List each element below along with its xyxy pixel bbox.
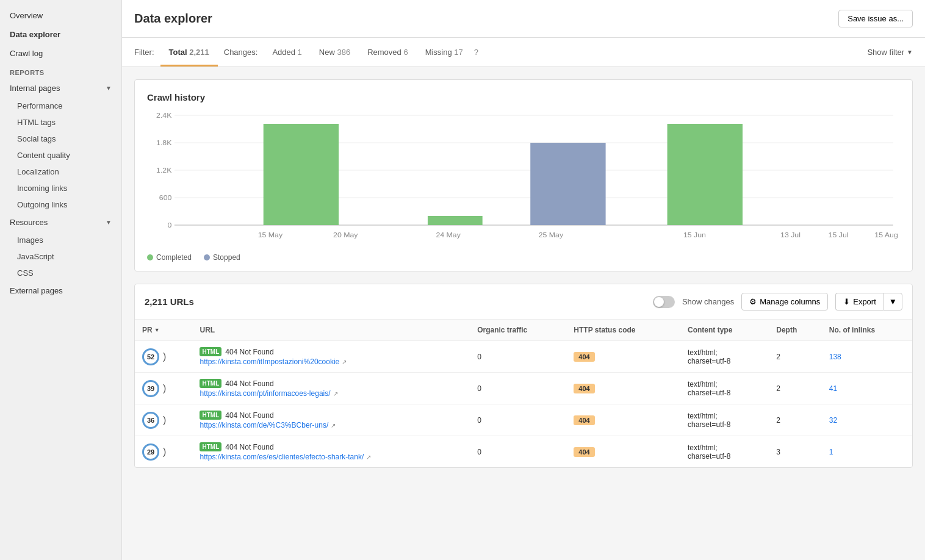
inlinks-cell[interactable]: 1 <box>822 436 912 468</box>
export-dropdown-button[interactable]: ▼ <box>884 293 902 311</box>
external-link-icon: ↗ <box>342 359 347 365</box>
filter-new[interactable]: New 386 <box>311 38 359 66</box>
url-status: 404 Not Found <box>225 411 273 420</box>
svg-text:1.2K: 1.2K <box>156 167 172 174</box>
col-header-url: URL <box>192 320 470 341</box>
filter-missing[interactable]: Missing 17 <box>417 38 472 66</box>
pr-gauge-arrow: ) <box>163 383 166 394</box>
url-link[interactable]: https://kinsta.com/de/%C3%BCber-uns/ ↗ <box>200 421 462 429</box>
table-row: 39 ) HTML 404 Not Found https://kinsta.c… <box>135 373 912 404</box>
page-header: Data explorer Save issue as... <box>122 0 925 38</box>
sidebar-item-incoming-links[interactable]: Incoming links <box>0 180 121 196</box>
show-changes-toggle[interactable] <box>653 296 675 308</box>
svg-text:15 Aug: 15 Aug <box>874 231 898 239</box>
sidebar-item-performance[interactable]: Performance <box>0 98 121 114</box>
missing-info-icon[interactable]: ? <box>474 48 478 57</box>
gear-icon: ⚙ <box>749 297 757 306</box>
depth-cell: 2 <box>769 404 822 436</box>
svg-text:600: 600 <box>159 194 172 201</box>
show-filter-button[interactable]: Show filter ▼ <box>867 38 913 66</box>
chart-svg: 2.4K 1.8K 1.2K 600 0 15 May 20 May <box>147 112 900 246</box>
url-status: 404 Not Found <box>225 443 273 451</box>
chart-area: 2.4K 1.8K 1.2K 600 0 15 May 20 May <box>147 112 900 259</box>
bar-15jun <box>668 124 743 225</box>
organic-traffic-cell: 0 <box>470 341 566 373</box>
http-status-cell: 404 <box>566 373 680 404</box>
external-link-icon: ↗ <box>366 454 371 461</box>
bar-24may <box>428 216 483 225</box>
sidebar-item-html-tags[interactable]: HTML tags <box>0 114 121 131</box>
svg-text:25 May: 25 May <box>539 231 564 239</box>
pr-value: 29 <box>142 443 159 461</box>
filter-label: Filter: <box>134 38 160 66</box>
url-cell: HTML 404 Not Found https://kinsta.com/es… <box>192 436 470 468</box>
inlinks-cell[interactable]: 138 <box>822 341 912 373</box>
sidebar-item-data-explorer[interactable]: Data explorer <box>0 25 121 44</box>
svg-text:15 May: 15 May <box>258 231 283 239</box>
bar-25may <box>530 143 605 225</box>
html-badge: HTML <box>200 379 221 388</box>
svg-text:15 Jun: 15 Jun <box>683 231 706 239</box>
manage-columns-button[interactable]: ⚙ Manage columns <box>741 293 828 311</box>
url-link[interactable]: https://kinsta.com/pt/informacoes-legais… <box>200 389 462 398</box>
content-type-cell: text/html;charset=utf-8 <box>680 341 769 373</box>
status-badge: 404 <box>574 447 594 457</box>
sidebar-item-crawl-log[interactable]: Crawl log <box>0 44 121 63</box>
sidebar-item-resources[interactable]: Resources ▼ <box>0 213 121 232</box>
legend-stopped: Stopped <box>204 253 240 262</box>
sidebar-item-content-quality[interactable]: Content quality <box>0 147 121 163</box>
depth-cell: 3 <box>769 436 822 468</box>
pr-cell: 29 ) <box>135 436 192 468</box>
sidebar-item-outgoing-links[interactable]: Outgoing links <box>0 196 121 213</box>
http-status-cell: 404 <box>566 341 680 373</box>
html-badge: HTML <box>200 411 221 420</box>
pr-cell: 39 ) <box>135 373 192 404</box>
sidebar-item-localization[interactable]: Localization <box>0 163 121 180</box>
html-badge: HTML <box>200 442 221 451</box>
html-badge: HTML <box>200 347 221 356</box>
col-header-pr[interactable]: PR ▼ <box>135 320 192 341</box>
pr-value: 52 <box>142 348 159 365</box>
sidebar-item-external-pages[interactable]: External pages <box>0 281 121 300</box>
save-issue-button[interactable]: Save issue as... <box>838 10 913 27</box>
sidebar-item-social-tags[interactable]: Social tags <box>0 131 121 147</box>
pr-gauge-arrow: ) <box>163 351 166 362</box>
svg-text:0: 0 <box>168 221 172 229</box>
inlinks-cell[interactable]: 41 <box>822 373 912 404</box>
filter-bar: Filter: Total 2,211 Changes: Added 1 New… <box>122 38 925 67</box>
url-link[interactable]: https://kinsta.com/itImpostazioni%20cook… <box>200 357 462 366</box>
inlinks-cell[interactable]: 32 <box>822 404 912 436</box>
inlink-count[interactable]: 41 <box>829 384 837 393</box>
sidebar-item-images[interactable]: Images <box>0 232 121 248</box>
sidebar-item-internal-pages[interactable]: Internal pages ▼ <box>0 79 121 98</box>
url-link[interactable]: https://kinsta.com/es/es/clientes/efecto… <box>200 453 462 461</box>
inlink-count[interactable]: 32 <box>829 416 837 425</box>
pr-value: 36 <box>142 412 159 429</box>
content-area: Crawl history 2.4K 1.8K 1.2K 600 0 <box>122 67 925 560</box>
organic-traffic-cell: 0 <box>470 404 566 436</box>
status-badge: 404 <box>574 352 594 362</box>
export-icon: ⬇ <box>843 297 850 306</box>
changes-label: Changes: <box>218 38 264 66</box>
sort-arrow-pr: ▼ <box>154 327 160 333</box>
sidebar-item-javascript[interactable]: JavaScript <box>0 248 121 265</box>
filter-added[interactable]: Added 1 <box>264 38 310 66</box>
toggle-knob <box>654 297 664 307</box>
organic-traffic-cell: 0 <box>470 436 566 468</box>
completed-dot <box>147 254 153 260</box>
sidebar-item-overview[interactable]: Overview <box>0 6 121 25</box>
export-button[interactable]: ⬇ Export <box>835 293 884 311</box>
external-link-icon: ↗ <box>331 422 336 429</box>
legend-completed: Completed <box>147 253 192 262</box>
content-type-cell: text/html;charset=utf-8 <box>680 404 769 436</box>
filter-total[interactable]: Total 2,211 <box>160 38 218 66</box>
inlink-count[interactable]: 1 <box>829 448 833 456</box>
col-header-inlinks: No. of inlinks <box>822 320 912 341</box>
svg-text:13 Jul: 13 Jul <box>780 231 801 239</box>
sidebar-item-css[interactable]: CSS <box>0 265 121 281</box>
table-row: 29 ) HTML 404 Not Found https://kinsta.c… <box>135 436 912 468</box>
inlink-count[interactable]: 138 <box>829 353 841 361</box>
urls-table-card: 2,211 URLs Show changes ⚙ Manage columns… <box>134 284 913 468</box>
url-cell: HTML 404 Not Found https://kinsta.com/pt… <box>192 373 470 404</box>
filter-removed[interactable]: Removed 6 <box>359 38 416 66</box>
